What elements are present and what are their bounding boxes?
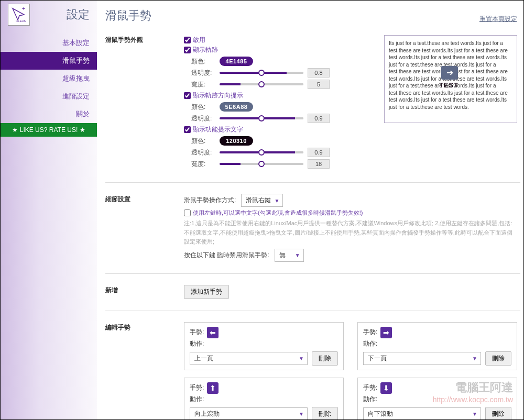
app-logo: CLEAN+	[8, 4, 30, 26]
hint-width-label: 寬度:	[191, 160, 215, 169]
gesture-label: 手勢:	[190, 328, 204, 337]
hint-color-label: 顏色:	[191, 137, 215, 146]
star-icon: ★	[12, 126, 18, 134]
dir-opacity-slider[interactable]	[220, 117, 303, 119]
gesture-card: 手勢:⬇ 動作: 向下滾動▼刪除	[357, 378, 517, 420]
dir-color-swatch[interactable]: 5E6A88	[220, 102, 253, 112]
show-trail-checkbox[interactable]	[184, 47, 191, 53]
hold-key-label: 按住以下鍵 臨時禁用滑鼠手勢:	[184, 251, 269, 260]
gesture-label: 手勢:	[190, 383, 204, 392]
hold-key-select[interactable]: 無▼	[275, 249, 304, 262]
trail-width-label: 寬度:	[191, 80, 215, 89]
hint-opacity-value: 0.9	[308, 148, 330, 157]
svg-text:+: +	[22, 6, 25, 12]
dir-color-label: 顏色:	[191, 103, 215, 112]
delete-gesture-button[interactable]: 刪除	[485, 351, 511, 366]
method-select[interactable]: 滑鼠右鍵▼	[241, 194, 283, 207]
section-label-details: 細節設置	[105, 194, 184, 204]
chevron-down-icon: ▼	[299, 356, 304, 361]
section-label-edit: 編輯手勢	[105, 322, 184, 332]
chevron-down-icon: ▼	[295, 252, 300, 258]
gesture-preview: Its just for a test.these are test words…	[384, 35, 517, 123]
action-label: 動作:	[190, 395, 338, 404]
section-label-appearance: 滑鼠手勢外觀	[105, 35, 184, 45]
hint-width-value: 18	[308, 159, 330, 169]
sidebar-item-advanced[interactable]: 進階設定	[1, 87, 97, 105]
delete-gesture-button[interactable]: 刪除	[312, 351, 338, 366]
trail-width-slider[interactable]	[220, 83, 303, 85]
preview-hint-text: TEST	[439, 81, 458, 90]
svg-text:CLEAN: CLEAN	[16, 19, 26, 23]
method-label: 滑鼠手勢操作方式:	[184, 196, 236, 205]
gesture-action-select[interactable]: 上一頁▼	[190, 352, 308, 365]
chevron-down-icon: ▼	[472, 356, 477, 361]
dir-opacity-value: 0.9	[308, 114, 330, 123]
page-title: 滑鼠手勢	[105, 8, 151, 24]
details-note: 注:1,這只是為不能正常使用右鍵的Linux/Mac用戶提供一種替代方案,不建議…	[184, 219, 517, 247]
sidebar-item-mouse-gesture[interactable]: 滑鼠手勢	[1, 52, 97, 70]
gesture-action-select[interactable]: 下一頁▼	[363, 352, 481, 365]
settings-title: 設定	[67, 7, 90, 23]
trail-opacity-value: 0.8	[308, 68, 330, 78]
section-label-add: 新增	[105, 285, 184, 295]
arrow-right-icon: ➡	[380, 327, 392, 338]
rate-us-bar[interactable]: ★ LIKE US? RATE US! ★	[1, 123, 97, 137]
gesture-label: 手勢:	[363, 328, 377, 337]
arrow-left-icon: ⬅	[207, 327, 219, 338]
rate-us-label: LIKE US? RATE US!	[20, 126, 78, 134]
gesture-card: 手勢:⬅ 動作: 上一頁▼刪除	[184, 322, 344, 370]
sidebar-item-basic[interactable]: 基本設定	[1, 34, 97, 52]
delete-gesture-button[interactable]: 刪除	[485, 407, 511, 420]
trail-color-label: 顏色:	[191, 57, 215, 66]
enable-label: 啟用	[193, 36, 205, 45]
chevron-down-icon: ▼	[472, 411, 477, 417]
gesture-action-select[interactable]: 向下滾動▼	[363, 407, 481, 420]
hint-color-swatch[interactable]: 120310	[220, 136, 253, 146]
gesture-label: 手勢:	[363, 383, 377, 392]
gesture-card: 手勢:⬆ 動作: 向上滾動▼刪除	[184, 378, 344, 420]
action-label: 動作:	[363, 339, 511, 348]
arrow-up-icon: ⬆	[207, 382, 219, 394]
action-label: 動作:	[190, 339, 338, 348]
hint-opacity-label: 透明度:	[191, 148, 215, 157]
sidebar-item-about[interactable]: 關於	[1, 105, 97, 123]
chevron-down-icon: ▼	[299, 411, 304, 417]
show-hint-checkbox[interactable]	[184, 126, 191, 133]
action-label: 動作:	[363, 395, 511, 404]
delete-gesture-button[interactable]: 刪除	[312, 407, 338, 420]
gesture-card: 手勢:➡ 動作: 下一頁▼刪除	[357, 322, 517, 370]
add-gesture-button[interactable]: 添加新手勢	[184, 285, 229, 299]
left-select-label: 使用左鍵時,可以選中文字(勾選此項,會造成很多時候滑鼠手勢失效!)	[193, 209, 363, 217]
star-icon: ★	[80, 126, 85, 134]
gesture-action-select[interactable]: 向上滾動▼	[190, 407, 308, 420]
trail-opacity-slider[interactable]	[220, 72, 303, 74]
chevron-down-icon: ▼	[274, 197, 279, 203]
show-hint-label: 顯示功能提示文字	[193, 125, 243, 134]
trail-width-value: 5	[308, 80, 330, 89]
sidebar-item-super-drag[interactable]: 超級拖曳	[1, 70, 97, 87]
show-dir-label: 顯示軌跡方向提示	[193, 91, 243, 100]
show-trail-label: 顯示軌跡	[193, 46, 218, 54]
trail-color-swatch[interactable]: 4E1485	[220, 57, 253, 66]
arrow-right-icon: ➔	[441, 66, 458, 80]
hint-opacity-slider[interactable]	[220, 151, 303, 153]
arrow-down-icon: ⬇	[380, 382, 392, 394]
show-dir-checkbox[interactable]	[184, 92, 191, 99]
enable-checkbox[interactable]	[184, 37, 191, 43]
left-select-checkbox[interactable]	[184, 209, 191, 216]
trail-opacity-label: 透明度:	[191, 69, 215, 78]
dir-opacity-label: 透明度:	[191, 114, 215, 123]
hint-width-slider[interactable]	[220, 163, 303, 165]
reset-page-link[interactable]: 重置本頁設定	[479, 15, 517, 24]
